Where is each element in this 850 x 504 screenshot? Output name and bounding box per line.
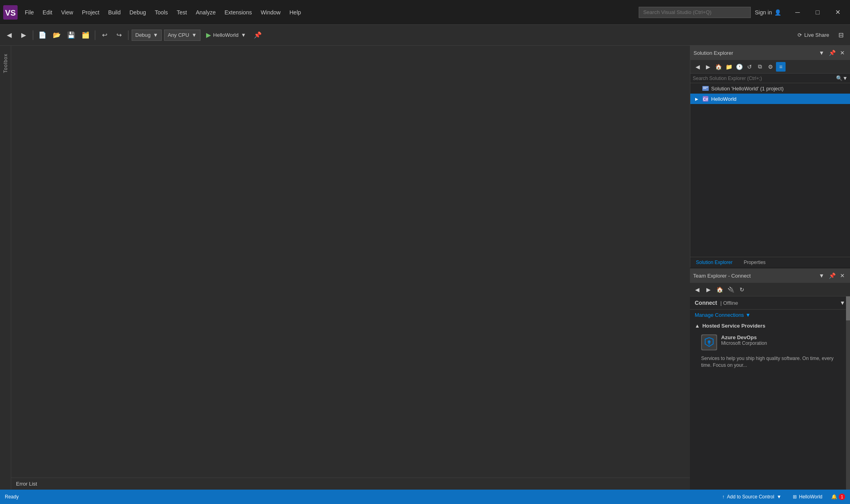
search-input[interactable] — [639, 7, 751, 18]
new-item-button[interactable]: 📄 — [36, 30, 48, 41]
menu-project[interactable]: Project — [78, 8, 104, 17]
solution-explorer-dropdown-btn[interactable]: ▼ — [817, 48, 826, 57]
tab-solution-explorer[interactable]: Solution Explorer — [690, 257, 738, 268]
solution-explorer-panel: Solution Explorer ▼ 📌 ✕ ◀ ▶ 🏠 📁 🕐 ↺ ⧉ ⚙ … — [690, 46, 850, 268]
team-explorer-panel: Team Explorer - Connect ▼ 📌 ✕ ◀ ▶ 🏠 🔌 ↻ … — [690, 268, 850, 490]
team-explorer-pin-btn[interactable]: 📌 — [828, 271, 836, 280]
error-list-bar: Error List — [11, 478, 690, 490]
toolbox-label[interactable]: Toolbox — [3, 54, 8, 73]
live-share-icon: ⟳ — [798, 32, 802, 38]
notification-bell[interactable]: 🔔 1 — [831, 494, 845, 500]
project-label: HelloWorld — [799, 494, 822, 500]
project-label: HelloWorld — [711, 96, 847, 102]
svg-point-10 — [708, 340, 710, 343]
toolbar-extra-button[interactable]: ⊟ — [835, 30, 847, 41]
editor-canvas[interactable] — [11, 46, 690, 478]
pin-button[interactable]: 📌 — [252, 30, 264, 41]
se-back-btn[interactable]: ◀ — [693, 62, 702, 72]
run-target-label: HelloWorld — [213, 32, 239, 38]
te-refresh-btn[interactable]: ↻ — [737, 285, 747, 294]
open-file-button[interactable]: 📂 — [51, 30, 63, 41]
menu-file[interactable]: File — [21, 8, 38, 17]
solution-explorer-toolbar: ◀ ▶ 🏠 📁 🕐 ↺ ⧉ ⚙ ≡ — [690, 60, 850, 74]
minimize-button[interactable]: ─ — [788, 5, 807, 20]
te-scrollbar[interactable] — [846, 296, 850, 490]
project-expand-icon[interactable]: ▶ — [694, 96, 700, 102]
back-button[interactable]: ◀ — [3, 30, 15, 41]
se-history-btn[interactable]: 🕐 — [734, 62, 744, 72]
solution-explorer-search[interactable] — [693, 76, 836, 81]
menu-window[interactable]: Window — [257, 8, 285, 17]
menu-analyze[interactable]: Analyze — [192, 8, 220, 17]
te-forward-btn[interactable]: ▶ — [704, 285, 713, 294]
toolbox-sidebar[interactable]: Toolbox — [0, 46, 11, 490]
forward-button[interactable]: ▶ — [18, 30, 30, 41]
status-right: ↑ Add to Source Control ▼ ⊞ HelloWorld 🔔… — [720, 493, 845, 500]
sign-in-button[interactable]: Sign in 👤 — [751, 8, 785, 17]
te-home-btn[interactable]: 🏠 — [715, 285, 724, 294]
add-to-source-control-button[interactable]: ↑ Add to Source Control ▼ — [720, 493, 784, 500]
se-active-btn[interactable]: ≡ — [776, 62, 786, 72]
te-scrollbar-thumb[interactable] — [846, 296, 850, 320]
solution-label: Solution 'HelloWorld' (1 project) — [711, 86, 847, 92]
right-panel: Solution Explorer ▼ 📌 ✕ ◀ ▶ 🏠 📁 🕐 ↺ ⧉ ⚙ … — [690, 46, 850, 490]
team-explorer-content: Connect | Offline ▼ Manage Connections ▼… — [690, 296, 850, 490]
menu-edit[interactable]: Edit — [39, 8, 56, 17]
toolbar-separator-2 — [95, 30, 95, 40]
live-share-button[interactable]: ⟳ Live Share — [794, 31, 833, 39]
maximize-button[interactable]: □ — [808, 5, 827, 20]
menu-tools[interactable]: Tools — [151, 8, 172, 17]
menu-build[interactable]: Build — [104, 8, 124, 17]
project-icon: C# — [702, 95, 710, 103]
solution-explorer-close-btn[interactable]: ✕ — [838, 48, 847, 57]
menu-view[interactable]: View — [57, 8, 77, 17]
te-azure-devops-item[interactable]: Azure DevOps Microsoft Corporation — [690, 331, 850, 354]
search-icon: 🔍 — [836, 75, 842, 81]
te-manage-connections-arrow-icon: ▼ — [746, 312, 751, 318]
se-forward-btn[interactable]: ▶ — [703, 62, 713, 72]
team-explorer-close-btn[interactable]: ✕ — [838, 271, 847, 280]
se-properties-btn[interactable]: ⚙ — [766, 62, 775, 72]
menu-debug[interactable]: Debug — [126, 8, 150, 17]
platform-config-dropdown[interactable]: Any CPU ▼ — [164, 30, 200, 41]
run-button[interactable]: ▶ HelloWorld ▼ — [203, 30, 249, 41]
save-all-button[interactable]: 🗂️ — [80, 30, 92, 41]
te-connect-row: Connect | Offline ▼ — [690, 296, 850, 310]
te-offline-label: | Offline — [720, 300, 738, 306]
solution-explorer-pin-btn[interactable]: 📌 — [828, 48, 836, 57]
search-dropdown-icon: ▼ — [842, 75, 848, 81]
solution-explorer-search-row: 🔍 ▼ — [690, 74, 850, 83]
menu-extensions[interactable]: Extensions — [221, 8, 256, 17]
team-explorer-dropdown-btn[interactable]: ▼ — [817, 271, 826, 280]
project-branch-icon: ⊞ — [793, 494, 797, 500]
te-hosted-providers-header[interactable]: ▲ Hosted Service Providers — [690, 320, 850, 331]
menu-bar: File Edit View Project Build Debug Tools… — [21, 8, 639, 17]
error-list-label[interactable]: Error List — [16, 481, 37, 487]
te-manage-btn[interactable]: 🔌 — [726, 285, 736, 294]
project-label-btn[interactable]: ⊞ HelloWorld — [790, 493, 825, 500]
se-copy-btn[interactable]: ⧉ — [755, 62, 765, 72]
debug-config-dropdown[interactable]: Debug ▼ — [132, 30, 162, 41]
status-left: Ready — [5, 494, 19, 500]
menu-help[interactable]: Help — [285, 8, 305, 17]
solution-explorer-tabs: Solution Explorer Properties — [690, 257, 850, 268]
source-control-dropdown-icon: ▼ — [777, 494, 782, 500]
tab-properties[interactable]: Properties — [738, 257, 771, 268]
te-back-btn[interactable]: ◀ — [692, 285, 702, 294]
undo-button[interactable]: ↩ — [98, 30, 110, 41]
project-item[interactable]: ▶ C# HelloWorld — [690, 94, 850, 104]
te-dropdown-arrow-icon[interactable]: ▼ — [840, 300, 845, 306]
te-azure-devops-desc: Services to help you ship high quality s… — [690, 354, 850, 372]
se-sync-btn[interactable]: ↺ — [745, 62, 754, 72]
close-button[interactable]: ✕ — [828, 5, 847, 20]
menu-test[interactable]: Test — [172, 8, 191, 17]
svg-rect-3 — [703, 87, 708, 88]
se-folder-btn[interactable]: 📁 — [724, 62, 734, 72]
solution-root-item[interactable]: Solution 'HelloWorld' (1 project) — [690, 83, 850, 94]
redo-button[interactable]: ↪ — [113, 30, 125, 41]
se-home-btn[interactable]: 🏠 — [714, 62, 723, 72]
solution-explorer-tree: Solution 'HelloWorld' (1 project) ▶ C# H… — [690, 83, 850, 257]
te-connect-label: Connect — [695, 300, 717, 306]
save-button[interactable]: 💾 — [65, 30, 77, 41]
te-manage-connections-btn[interactable]: Manage Connections ▼ — [690, 310, 850, 320]
